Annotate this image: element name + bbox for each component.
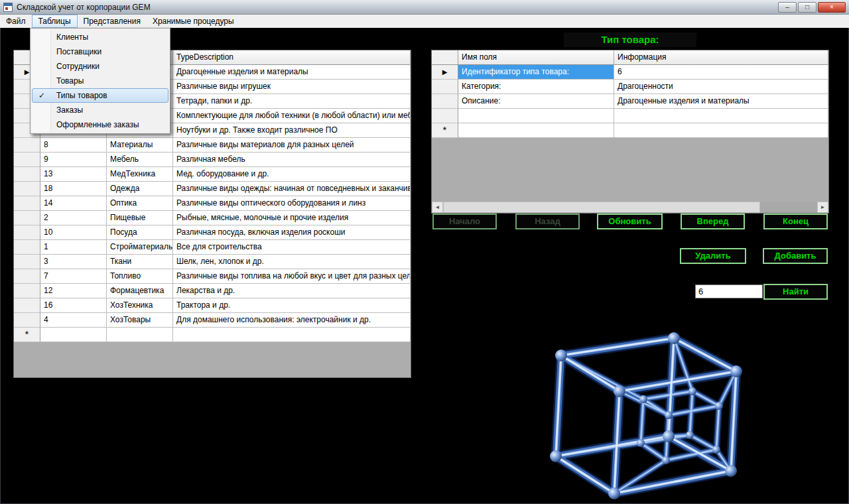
row-header-cell[interactable]: ▶	[432, 65, 458, 80]
cell-description[interactable]: Мед. оборудование и др.	[173, 167, 411, 182]
scrollbar-track[interactable]	[760, 202, 817, 213]
menu-item-procedures[interactable]: Хранимые процедуры	[147, 15, 240, 28]
corner-header-cell[interactable]	[432, 50, 458, 65]
cell-description[interactable]: Различные виды одежды: начиная от повсед…	[173, 182, 411, 196]
menu-option-employees[interactable]: Сотрудники	[32, 59, 168, 74]
row-header-cell[interactable]	[14, 269, 40, 284]
detail-row[interactable]: ▶ Идентификатор типа товара: 6	[432, 65, 828, 80]
detail-row[interactable]: Категория: Драгоценности	[432, 80, 828, 94]
cell-description[interactable]: Драгоценные изделия и материалы	[173, 65, 411, 80]
cell-category[interactable]: МедТехника	[107, 167, 173, 182]
menu-option-orders[interactable]: Заказы	[32, 103, 168, 117]
row-header-cell[interactable]	[14, 211, 40, 225]
refresh-button[interactable]: Обновить	[597, 214, 663, 229]
table-row[interactable]: 2 Пищевые Рыбные, мясные, молочные и про…	[14, 211, 411, 225]
row-header-cell[interactable]: *	[14, 328, 40, 342]
add-button[interactable]: Добавить	[763, 248, 828, 264]
field-name-cell[interactable]: Описание:	[458, 94, 614, 109]
row-header-cell[interactable]	[432, 80, 458, 94]
cell-category[interactable]: Посуда	[107, 225, 173, 240]
row-header-cell[interactable]	[14, 196, 40, 211]
cell-id[interactable]: 18	[40, 182, 107, 196]
cell-category[interactable]: Мебель	[107, 153, 173, 167]
cell-category[interactable]: Топливо	[107, 269, 173, 284]
field-value-cell[interactable]: Драгоценные изделия и материалы	[614, 94, 828, 109]
cell-category[interactable]: Оптика	[107, 196, 173, 211]
row-header-cell[interactable]	[14, 153, 40, 167]
detail-row[interactable]: Описание: Драгоценные изделия и материал…	[432, 94, 828, 109]
delete-button[interactable]: Удалить	[680, 248, 746, 264]
table-row[interactable]: 14 Оптика Различные виды оптического обо…	[14, 196, 411, 211]
field-value-cell[interactable]: Драгоценности	[614, 80, 828, 94]
cell-category[interactable]: Формацевтика	[107, 284, 173, 298]
menu-option-products[interactable]: Товары	[32, 74, 168, 88]
cell-description[interactable]: Различные виды материалов для разных цел…	[173, 138, 411, 153]
cell-description[interactable]	[173, 328, 411, 342]
close-button[interactable]: ×	[818, 2, 846, 13]
scroll-left-arrow-icon[interactable]: ◄	[432, 202, 443, 213]
first-record-button[interactable]: Начало	[432, 214, 497, 229]
cell-id[interactable]: 1	[40, 240, 107, 255]
cell-id[interactable]: 13	[40, 167, 107, 182]
cell-description[interactable]: Шелк, лен, хлопок и др.	[173, 255, 411, 269]
cell-description[interactable]: Комплектующие для любой техники (в любой…	[173, 109, 411, 123]
cell-description[interactable]: Различные виды топлива на любой вкус и ц…	[173, 269, 411, 284]
row-header-cell[interactable]	[14, 255, 40, 269]
cell-description[interactable]: Различные виды игрушек	[173, 80, 411, 94]
find-button[interactable]: Найти	[763, 284, 828, 300]
cell-description[interactable]: Для домашнего использования: электрочайн…	[173, 313, 411, 328]
cell-id[interactable]: 9	[40, 153, 107, 167]
menu-option-suppliers[interactable]: Поставщики	[32, 44, 168, 59]
field-value-cell[interactable]	[614, 109, 828, 123]
table-row[interactable]: 12 Формацевтика Лекарства и др.	[14, 284, 411, 298]
next-record-button[interactable]: Вперед	[681, 214, 745, 229]
table-row[interactable]: 4 ХозТовары Для домашнего использования:…	[14, 313, 411, 328]
cell-category[interactable]: ХозТовары	[107, 313, 173, 328]
table-row[interactable]: 18 Одежда Различные виды одежды: начиная…	[14, 182, 411, 196]
menu-item-views[interactable]: Представления	[78, 15, 147, 28]
cell-id[interactable]: 8	[40, 138, 107, 153]
maximize-button[interactable]: □	[798, 2, 816, 13]
cell-category[interactable]: ХозТехника	[107, 298, 173, 313]
cell-id[interactable]: 14	[40, 196, 107, 211]
cell-description[interactable]: Рыбные, мясные, молочные и прочие издели…	[173, 211, 411, 225]
column-header-field[interactable]: Имя поля	[458, 50, 614, 65]
row-header-cell[interactable]	[432, 109, 458, 123]
cell-id[interactable]: 4	[40, 313, 107, 328]
cell-description[interactable]: Различная посуда, включая изделия роскош…	[173, 225, 411, 240]
row-header-cell[interactable]	[14, 313, 40, 328]
cell-description[interactable]: Тетради, папки и др.	[173, 94, 411, 109]
table-row[interactable]: 16 ХозТехника Трактора и др.	[14, 298, 411, 313]
cell-category[interactable]: Стройматериалы	[107, 240, 173, 255]
cell-description[interactable]: Ноутбуки и др. Также входит различное ПО	[173, 123, 411, 138]
table-row[interactable]: 8 Материалы Различные виды материалов дл…	[14, 138, 411, 153]
cell-id[interactable]: 12	[40, 284, 107, 298]
row-header-cell[interactable]	[14, 167, 40, 182]
cell-id[interactable]	[40, 328, 107, 342]
field-name-cell[interactable]	[458, 123, 614, 138]
search-input[interactable]	[695, 284, 763, 298]
cell-id[interactable]: 2	[40, 211, 107, 225]
cell-category[interactable]	[107, 328, 173, 342]
cell-description[interactable]: Различная мебель	[173, 153, 411, 167]
cell-category[interactable]: Материалы	[107, 138, 173, 153]
table-row[interactable]: 13 МедТехника Мед. оборудование и др.	[14, 167, 411, 182]
field-name-cell[interactable]: Категория:	[458, 80, 614, 94]
detail-row[interactable]: *	[432, 123, 828, 138]
cell-id[interactable]: 16	[40, 298, 107, 313]
row-header-cell[interactable]	[14, 284, 40, 298]
scroll-right-arrow-icon[interactable]: ►	[817, 202, 828, 213]
cell-category[interactable]: Ткани	[107, 255, 173, 269]
cell-id[interactable]: 3	[40, 255, 107, 269]
row-header-cell[interactable]	[14, 298, 40, 313]
last-record-button[interactable]: Конец	[763, 214, 828, 229]
field-name-cell[interactable]	[458, 109, 614, 123]
menu-option-clients[interactable]: Клиенты	[32, 30, 168, 44]
row-header-cell[interactable]	[432, 94, 458, 109]
cell-description[interactable]: Различные виды оптического оборудования …	[173, 196, 411, 211]
row-header-cell[interactable]: *	[432, 123, 458, 138]
cell-description[interactable]: Лекарства и др.	[173, 284, 411, 298]
menu-item-tables[interactable]: Таблицы	[32, 15, 78, 28]
table-row[interactable]: 3 Ткани Шелк, лен, хлопок и др.	[14, 255, 411, 269]
column-header-description[interactable]: TypeDescription	[173, 50, 411, 65]
